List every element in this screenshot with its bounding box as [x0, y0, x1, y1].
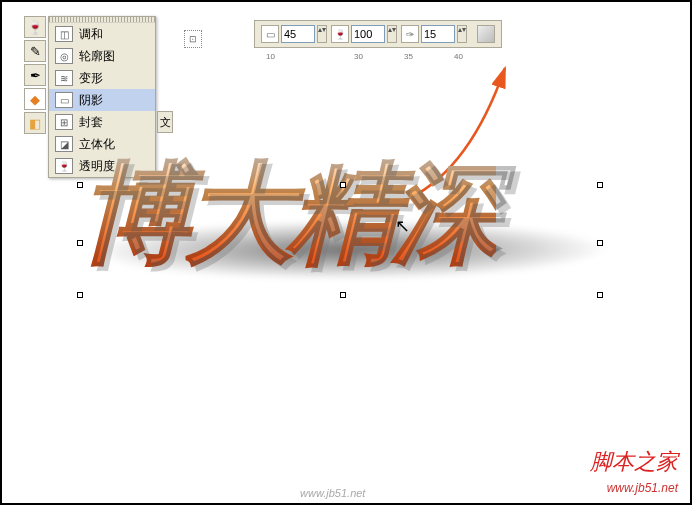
- menu-label: 封套: [79, 114, 103, 131]
- distort-icon: ≋: [55, 70, 73, 86]
- menu-envelope[interactable]: ⊞封套: [49, 111, 155, 133]
- ruler-ticks: 10 30 35 40: [254, 52, 476, 66]
- fill-tool[interactable]: ◧: [24, 112, 46, 134]
- menu-label: 变形: [79, 70, 103, 87]
- menu-label: 调和: [79, 26, 103, 43]
- menu-label: 阴影: [79, 92, 103, 109]
- outline-pen-tool[interactable]: ✒: [24, 64, 46, 86]
- shadow-angle-group: ▭ ▴▾: [261, 25, 327, 43]
- transparency-icon: 🍷: [55, 158, 73, 174]
- shadow-feather-input[interactable]: [421, 25, 455, 43]
- shadow-icon: ▭: [55, 92, 73, 108]
- blend-tool[interactable]: ◆: [24, 88, 46, 110]
- snap-icon: ⊡: [184, 30, 202, 48]
- feather-spinner[interactable]: ▴▾: [457, 25, 467, 43]
- menu-blend[interactable]: ◫调和: [49, 23, 155, 45]
- canvas-artwork[interactable]: 博大精深: [80, 160, 600, 310]
- contour-icon: ◎: [55, 48, 73, 64]
- watermark-url: www.jb51.net: [300, 487, 365, 499]
- tick-label: 30: [354, 52, 363, 61]
- angle-spinner[interactable]: ▴▾: [317, 25, 327, 43]
- shadow-color-picker[interactable]: [477, 25, 495, 43]
- menu-distort[interactable]: ≋变形: [49, 67, 155, 89]
- shadow-angle-input[interactable]: [281, 25, 315, 43]
- eyedropper-tool[interactable]: ✎: [24, 40, 46, 62]
- shadow-opacity-group: 🍷 ▴▾: [331, 25, 397, 43]
- left-toolbox: 🍷 ✎ ✒ ◆ ◧: [24, 16, 48, 134]
- shadow-opacity-input[interactable]: [351, 25, 385, 43]
- menu-contour[interactable]: ◎轮廓图: [49, 45, 155, 67]
- tick-label: 10: [266, 52, 275, 61]
- feather-icon: ✑: [401, 25, 419, 43]
- flyout-overflow[interactable]: 文: [157, 111, 173, 133]
- watermark-url-2: www.jb51.net: [607, 481, 678, 495]
- tick-label: 40: [454, 52, 463, 61]
- shadow-property-bar: ▭ ▴▾ 🍷 ▴▾ ✑ ▴▾: [254, 20, 502, 48]
- tick-label: 35: [404, 52, 413, 61]
- artistic-text[interactable]: 博大精深: [80, 140, 496, 289]
- interactive-fill-tool[interactable]: 🍷: [24, 16, 46, 38]
- shadow-feather-group: ✑ ▴▾: [401, 25, 467, 43]
- angle-icon: ▭: [261, 25, 279, 43]
- watermark-brand: 脚本之家: [590, 447, 678, 477]
- menu-shadow[interactable]: ▭阴影: [49, 89, 155, 111]
- opacity-icon: 🍷: [331, 25, 349, 43]
- extrude-icon: ◪: [55, 136, 73, 152]
- opacity-spinner[interactable]: ▴▾: [387, 25, 397, 43]
- envelope-icon: ⊞: [55, 114, 73, 130]
- blend-icon: ◫: [55, 26, 73, 42]
- menu-label: 轮廓图: [79, 48, 115, 65]
